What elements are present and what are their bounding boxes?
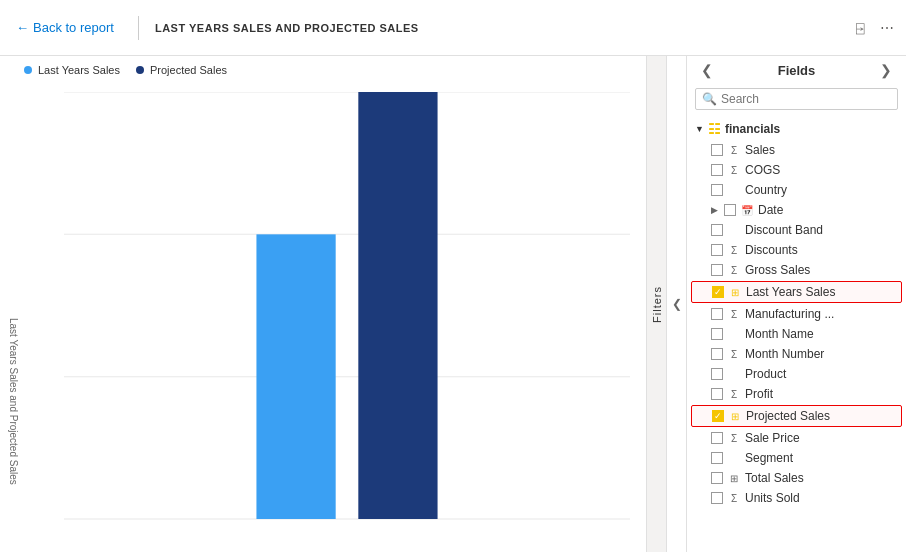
field-label: Total Sales bbox=[745, 471, 804, 485]
svg-rect-9 bbox=[358, 92, 437, 519]
table-icon: ⊞ bbox=[728, 411, 742, 422]
field-checkbox[interactable] bbox=[711, 432, 723, 444]
field-checkbox[interactable] bbox=[711, 492, 723, 504]
field-item[interactable]: Country bbox=[687, 180, 906, 200]
chart-plot: 1.5M 1.0M 0.5M 0.0M bbox=[64, 92, 630, 520]
search-icon: 🔍 bbox=[702, 92, 717, 106]
legend-label-projected: Projected Sales bbox=[150, 64, 227, 76]
field-label: Sales bbox=[745, 143, 775, 157]
legend-dot-last-years bbox=[24, 66, 32, 74]
chart-area: Last Years Sales Projected Sales Last Ye… bbox=[0, 56, 646, 552]
field-item[interactable]: ΣSales bbox=[687, 140, 906, 160]
svg-rect-8 bbox=[256, 234, 335, 519]
group-header-financials[interactable]: ▼ ☷ financials bbox=[687, 118, 906, 140]
filters-tab[interactable]: Filters bbox=[646, 56, 666, 552]
back-button[interactable]: ← Back to report bbox=[8, 16, 122, 39]
field-checkbox[interactable] bbox=[711, 184, 723, 196]
sigma-icon: Σ bbox=[727, 265, 741, 276]
field-label: Projected Sales bbox=[746, 409, 830, 423]
sigma-icon: Σ bbox=[727, 349, 741, 360]
field-label: Last Years Sales bbox=[746, 285, 835, 299]
field-item[interactable]: ΣMonth Number bbox=[687, 344, 906, 364]
field-checkbox[interactable] bbox=[711, 164, 723, 176]
back-label: Back to report bbox=[33, 20, 114, 35]
field-item[interactable]: ΣUnits Sold bbox=[687, 488, 906, 508]
field-checkbox[interactable] bbox=[711, 308, 723, 320]
field-item[interactable]: ✓⊞Last Years Sales bbox=[691, 281, 902, 303]
field-checkbox[interactable] bbox=[724, 204, 736, 216]
filter-icon[interactable]: ⍈ bbox=[852, 16, 868, 40]
back-arrow-icon: ← bbox=[16, 20, 29, 35]
field-item[interactable]: ΣCOGS bbox=[687, 160, 906, 180]
field-checkbox[interactable] bbox=[711, 244, 723, 256]
field-item[interactable]: ΣGross Sales bbox=[687, 260, 906, 280]
field-checkbox[interactable] bbox=[711, 328, 723, 340]
field-checkbox[interactable] bbox=[711, 452, 723, 464]
search-input[interactable] bbox=[721, 92, 891, 106]
field-item[interactable]: Month Name bbox=[687, 324, 906, 344]
sigma-icon: Σ bbox=[727, 245, 741, 256]
field-checkbox[interactable] bbox=[711, 348, 723, 360]
field-checkbox[interactable] bbox=[711, 224, 723, 236]
panel-back-arrow[interactable]: ❮ bbox=[695, 60, 719, 80]
group-expand-arrow: ▼ bbox=[695, 124, 704, 134]
field-checkbox[interactable]: ✓ bbox=[712, 410, 724, 422]
field-item[interactable]: ΣManufacturing ... bbox=[687, 304, 906, 324]
sigma-icon: Σ bbox=[727, 145, 741, 156]
field-checkbox[interactable] bbox=[711, 472, 723, 484]
nav-left-arrow[interactable]: ❮ bbox=[667, 293, 686, 315]
title-separator bbox=[138, 16, 139, 40]
field-item[interactable]: Discount Band bbox=[687, 220, 906, 240]
field-item[interactable]: ⊞Total Sales bbox=[687, 468, 906, 488]
field-label: Gross Sales bbox=[745, 263, 810, 277]
field-checkbox[interactable] bbox=[711, 388, 723, 400]
chart-container: Last Years Sales and Projected Sales 1.5… bbox=[0, 84, 646, 552]
field-label: Date bbox=[758, 203, 783, 217]
field-checkbox[interactable] bbox=[711, 144, 723, 156]
table-icon: ⊞ bbox=[728, 287, 742, 298]
field-item[interactable]: Product bbox=[687, 364, 906, 384]
sigma-icon: Σ bbox=[727, 493, 741, 504]
filters-label: Filters bbox=[651, 286, 663, 323]
main-content: Last Years Sales Projected Sales Last Ye… bbox=[0, 56, 906, 552]
field-label: Country bbox=[745, 183, 787, 197]
legend-label-last-years: Last Years Sales bbox=[38, 64, 120, 76]
field-checkbox[interactable] bbox=[711, 368, 723, 380]
group-name: financials bbox=[725, 122, 780, 136]
search-box: 🔍 bbox=[695, 88, 898, 110]
sigma-icon: Σ bbox=[727, 165, 741, 176]
more-options-icon[interactable]: ⋯ bbox=[876, 16, 898, 40]
field-item[interactable]: ▶📅Date bbox=[687, 200, 906, 220]
field-label: COGS bbox=[745, 163, 780, 177]
sigma-icon: Σ bbox=[727, 309, 741, 320]
field-label: Profit bbox=[745, 387, 773, 401]
field-item[interactable]: ΣDiscounts bbox=[687, 240, 906, 260]
field-checkbox[interactable]: ✓ bbox=[712, 286, 724, 298]
top-bar: ← Back to report LAST YEARS SALES AND PR… bbox=[0, 0, 906, 56]
field-label: Month Name bbox=[745, 327, 814, 341]
chart-svg: 1.5M 1.0M 0.5M 0.0M bbox=[64, 92, 630, 520]
sigma-icon: Σ bbox=[727, 433, 741, 444]
field-item[interactable]: ✓⊞Projected Sales bbox=[691, 405, 902, 427]
table-icon: ⊞ bbox=[727, 473, 741, 484]
field-label: Sale Price bbox=[745, 431, 800, 445]
expand-arrow-icon[interactable]: ▶ bbox=[711, 205, 718, 215]
field-label: Units Sold bbox=[745, 491, 800, 505]
panel-nav: ❮ Fields ❯ bbox=[687, 56, 906, 84]
y-axis-label: Last Years Sales and Projected Sales bbox=[8, 318, 19, 485]
date-icon: 📅 bbox=[740, 205, 754, 216]
sigma-icon: Σ bbox=[727, 389, 741, 400]
top-bar-icons: ⍈ ⋯ bbox=[852, 16, 898, 40]
panel-title: Fields bbox=[778, 63, 816, 78]
field-item[interactable]: ΣProfit bbox=[687, 384, 906, 404]
field-item[interactable]: ΣSale Price bbox=[687, 428, 906, 448]
field-checkbox[interactable] bbox=[711, 264, 723, 276]
field-item[interactable]: Segment bbox=[687, 448, 906, 468]
chart-title: LAST YEARS SALES AND PROJECTED SALES bbox=[155, 22, 419, 34]
field-label: Month Number bbox=[745, 347, 824, 361]
field-label: Discount Band bbox=[745, 223, 823, 237]
legend-item-last-years: Last Years Sales bbox=[24, 64, 120, 76]
field-label: Discounts bbox=[745, 243, 798, 257]
field-label: Product bbox=[745, 367, 786, 381]
panel-forward-arrow[interactable]: ❯ bbox=[874, 60, 898, 80]
